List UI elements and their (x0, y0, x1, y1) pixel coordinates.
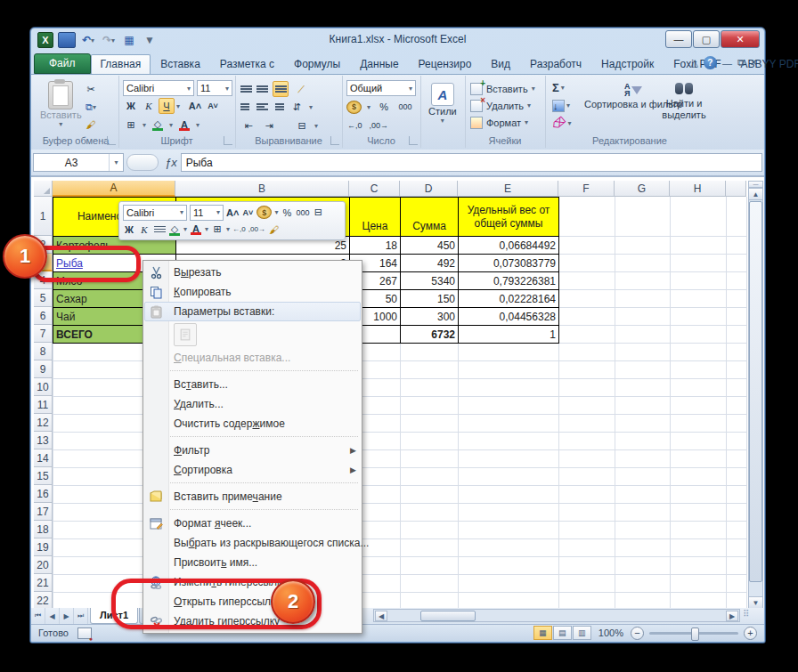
mini-center-icon[interactable] (153, 223, 166, 237)
orientation-icon[interactable]: ⟋ (293, 81, 309, 97)
tab-Формулы[interactable]: Формулы (284, 54, 350, 74)
help-icon[interactable]: ? (704, 56, 717, 69)
font-color-icon[interactable]: А (176, 117, 192, 133)
decrease-indent-icon[interactable]: ⇤ (240, 117, 256, 134)
column-header-C[interactable]: C (349, 181, 400, 197)
normal-view-icon[interactable]: ▦ (533, 626, 552, 640)
tab-Надстройк[interactable]: Надстройк (591, 54, 664, 74)
prev-sheet-icon[interactable]: ◀ (45, 608, 60, 624)
formula-input[interactable]: Рыба (181, 153, 762, 172)
column-header-F[interactable]: F (558, 181, 615, 197)
mini-borders-icon[interactable]: ⊞ (211, 223, 224, 237)
row-header-10[interactable]: 10 (34, 378, 53, 396)
menu-item-вставить[interactable]: Вставить... (143, 375, 362, 394)
cell-E4[interactable]: 0,793226381 (458, 271, 559, 290)
number-dialog-launcher[interactable] (409, 136, 418, 145)
doc-close-icon[interactable]: ✕ (750, 57, 758, 69)
zoom-slider-thumb[interactable] (691, 627, 699, 641)
doc-minimize-icon[interactable]: — (722, 58, 732, 69)
page-break-view-icon[interactable]: ▥ (573, 626, 591, 640)
column-header-E[interactable]: E (458, 181, 558, 197)
merge-center-icon[interactable]: ⊟ (294, 117, 310, 134)
zoom-in-icon[interactable]: + (744, 627, 757, 640)
name-box-dropdown-icon[interactable]: ▾ (109, 154, 123, 171)
decrease-decimal-icon[interactable]: ,00→ (369, 117, 390, 134)
row-header-6[interactable]: 6 (34, 307, 53, 325)
align-middle-icon[interactable] (256, 85, 268, 94)
row-header-17[interactable]: 17 (34, 503, 53, 521)
menu-item-копировать[interactable]: Копировать (143, 282, 362, 302)
maximize-button[interactable]: ▢ (693, 30, 720, 48)
font-size-select[interactable]: 11▾ (197, 80, 232, 96)
row-header-19[interactable]: 19 (34, 538, 53, 556)
row-header-18[interactable]: 18 (34, 521, 53, 538)
cell-D2[interactable]: 450 (400, 236, 459, 255)
align-right-icon[interactable] (273, 102, 284, 112)
v-scroll-split[interactable]: — (748, 181, 763, 188)
menu-item-вставить-примечание[interactable]: Вставить примечание (143, 487, 362, 506)
cell-E6[interactable]: 0,04456328 (458, 307, 559, 326)
mini-font-color-icon[interactable]: А (190, 223, 202, 237)
italic-button[interactable]: К (141, 98, 157, 114)
mini-italic-button[interactable]: К (138, 223, 151, 237)
doc-restore-icon[interactable]: ⧉ (737, 57, 745, 69)
mini-font-size[interactable]: 11▾ (190, 205, 224, 221)
mini-fill-color-icon[interactable]: ◇ (168, 223, 181, 237)
first-sheet-icon[interactable]: ⏮ (31, 608, 45, 624)
column-header-G[interactable]: G (615, 181, 670, 197)
cell-E1[interactable]: Удельный вес от общей суммы (458, 197, 559, 237)
increase-decimal-icon[interactable]: ←,0 (346, 117, 363, 134)
column-header-H[interactable]: H (670, 181, 726, 197)
autosum-icon[interactable]: Σ▾ (550, 80, 574, 95)
zoom-slider[interactable] (649, 632, 738, 635)
row-header-1[interactable]: 1 (34, 197, 53, 236)
close-button[interactable]: ✕ (721, 30, 760, 48)
resize-grip[interactable]: ⠿ (743, 609, 762, 622)
row-header-11[interactable]: 11 (34, 396, 53, 414)
tab-Вставка[interactable]: Вставка (151, 54, 210, 74)
tab-Разметка с[interactable]: Разметка с (210, 54, 284, 74)
wrap-text-icon[interactable]: ⇵ (289, 99, 305, 115)
column-header-partial[interactable] (726, 181, 746, 197)
column-header-B[interactable]: B (175, 181, 349, 197)
row-header-22[interactable]: 22 (34, 592, 53, 610)
cell-D6[interactable]: 300 (400, 307, 459, 326)
tab-Вид[interactable]: Вид (481, 54, 520, 74)
align-top-icon[interactable] (240, 85, 252, 94)
row-header-16[interactable]: 16 (34, 485, 53, 503)
mini-bold-button[interactable]: Ж (123, 223, 135, 237)
last-sheet-icon[interactable]: ⏭ (74, 608, 88, 624)
grow-font-icon[interactable]: A˄ (187, 98, 203, 114)
row-header-12[interactable]: 12 (34, 414, 53, 432)
tab-Разработч[interactable]: Разработч (520, 54, 591, 74)
fill-color-icon[interactable]: ◇ (150, 117, 166, 133)
row-header-14[interactable]: 14 (34, 449, 53, 467)
zoom-out-icon[interactable]: − (631, 627, 644, 640)
menu-item-сортировка[interactable]: Сортировка▶ (143, 460, 362, 480)
menu-item-формат-ячеек[interactable]: Формат ячеек... (143, 514, 362, 533)
mini-increase-decimal-icon[interactable]: ←,0 (232, 223, 246, 237)
v-scroll-thumb[interactable] (749, 201, 762, 582)
row-header-7[interactable]: 7 (34, 325, 53, 343)
alignment-dialog-launcher[interactable] (330, 136, 339, 145)
tab-Рецензиро[interactable]: Рецензиро (409, 54, 482, 74)
row-header-5[interactable]: 5 (34, 289, 53, 307)
font-name-select[interactable]: Calibri▾ (123, 80, 194, 96)
zoom-level[interactable]: 100% (598, 627, 623, 638)
comma-style-icon[interactable]: 000 (397, 99, 413, 115)
row-header-15[interactable]: 15 (34, 467, 53, 485)
clear-icon[interactable]: ⌫▾ (550, 116, 574, 131)
cell-C2[interactable]: 18 (349, 236, 401, 255)
cell-D5[interactable]: 150 (400, 289, 459, 308)
cut-icon[interactable]: ✂ (83, 81, 99, 97)
clipboard-dialog-launcher[interactable] (107, 136, 116, 145)
next-sheet-icon[interactable]: ▶ (60, 608, 74, 624)
cell-D7[interactable]: 6732 (400, 325, 459, 344)
collapse-ribbon-icon[interactable]: △ (690, 57, 697, 69)
cell-E3[interactable]: 0,073083779 (458, 254, 559, 272)
tab-Данные[interactable]: Данные (350, 54, 408, 74)
name-box[interactable]: A3 ▾ (33, 153, 124, 172)
number-format-select[interactable]: Общий▾ (346, 80, 416, 96)
cell-D1[interactable]: Сумма (400, 197, 459, 237)
underline-button[interactable]: Ч (159, 98, 175, 114)
